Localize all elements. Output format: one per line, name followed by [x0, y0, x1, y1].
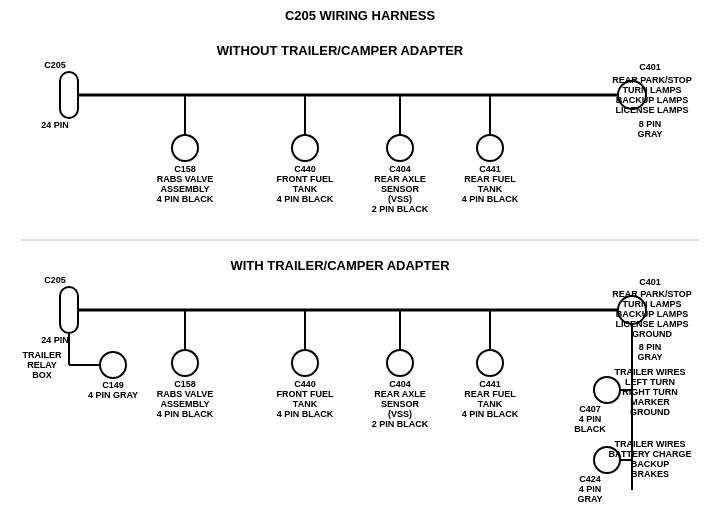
s2-right-color: GRAY	[637, 352, 662, 362]
s1-left-id: C205	[44, 60, 66, 70]
s1-c158-desc3: 4 PIN BLACK	[157, 194, 214, 204]
s1-left-pins: 24 PIN	[41, 120, 69, 130]
s2-c441-desc2: TANK	[478, 399, 503, 409]
s2-c149-pins: 4 PIN GRAY	[88, 390, 138, 400]
svg-point-10	[477, 135, 503, 161]
svg-point-24	[172, 350, 198, 376]
s2-c424-desc1: TRAILER WIRES	[615, 439, 686, 449]
main-title: C205 WIRING HARNESS	[285, 8, 436, 23]
s2-c424-desc4: BRAKES	[631, 469, 669, 479]
s1-c440-desc3: 4 PIN BLACK	[277, 194, 334, 204]
svg-point-26	[292, 350, 318, 376]
s2-left-id: C205	[44, 275, 66, 285]
s2-c404-desc1: REAR AXLE	[374, 389, 426, 399]
s2-right-desc2: TURN LAMPS	[623, 299, 682, 309]
s2-relay-label1: TRAILER	[23, 350, 62, 360]
s1-c404-desc1: REAR AXLE	[374, 174, 426, 184]
s2-right-desc3: BACKUP LAMPS	[616, 309, 688, 319]
s1-c158-id: C158	[174, 164, 196, 174]
s2-c404-desc4: 2 PIN BLACK	[372, 419, 429, 429]
s2-c440-desc1: FRONT FUEL	[277, 389, 334, 399]
svg-point-30	[477, 350, 503, 376]
s2-right-desc5: GROUND	[632, 329, 672, 339]
s2-c424-pins: 4 PIN	[579, 484, 602, 494]
diagram: C205 WIRING HARNESS WITHOUT TRAILER/CAMP…	[0, 0, 720, 517]
s2-right-pins: 8 PIN	[639, 342, 662, 352]
svg-point-20	[594, 377, 620, 403]
s2-c407-desc1: TRAILER WIRES	[615, 367, 686, 377]
s1-right-color: GRAY	[637, 129, 662, 139]
s1-c440-desc2: TANK	[293, 184, 318, 194]
s1-c158-desc1: RABS VALVE	[157, 174, 214, 184]
svg-rect-13	[60, 287, 78, 333]
s1-c440-id: C440	[294, 164, 316, 174]
s1-right-desc1: REAR PARK/STOP	[612, 75, 692, 85]
svg-point-28	[387, 350, 413, 376]
s2-c407-pins: 4 PIN	[579, 414, 602, 424]
s2-right-id: C401	[639, 277, 661, 287]
s2-c424-id: C424	[579, 474, 601, 484]
s2-left-pins: 24 PIN	[41, 335, 69, 345]
s2-c404-id: C404	[389, 379, 411, 389]
s1-right-desc2: TURN LAMPS	[623, 85, 682, 95]
s1-c404-desc2: SENSOR	[381, 184, 420, 194]
section1-title: WITHOUT TRAILER/CAMPER ADAPTER	[217, 43, 464, 58]
s1-c404-id: C404	[389, 164, 411, 174]
s2-c441-desc1: REAR FUEL	[464, 389, 516, 399]
s2-c440-desc3: 4 PIN BLACK	[277, 409, 334, 419]
s1-c441-desc2: TANK	[478, 184, 503, 194]
s1-c404-desc4: 2 PIN BLACK	[372, 204, 429, 214]
s1-c441-id: C441	[479, 164, 501, 174]
s2-right-desc1: REAR PARK/STOP	[612, 289, 692, 299]
svg-point-8	[387, 135, 413, 161]
s2-c424-color: GRAY	[577, 494, 602, 504]
s2-c407-id: C407	[579, 404, 601, 414]
s1-c441-desc1: REAR FUEL	[464, 174, 516, 184]
s1-c440-desc1: FRONT FUEL	[277, 174, 334, 184]
svg-rect-1	[60, 72, 78, 118]
s2-c404-desc2: SENSOR	[381, 399, 420, 409]
svg-point-16	[100, 352, 126, 378]
s2-relay-label2: RELAY	[27, 360, 57, 370]
s2-c149-id: C149	[102, 380, 124, 390]
s1-right-id: C401	[639, 62, 661, 72]
s1-right-desc4: LICENSE LAMPS	[615, 105, 688, 115]
s2-relay-label3: BOX	[32, 370, 52, 380]
s1-right-desc3: BACKUP LAMPS	[616, 95, 688, 105]
s2-c407-desc5: GROUND	[630, 407, 670, 417]
s2-c441-desc3: 4 PIN BLACK	[462, 409, 519, 419]
svg-point-4	[172, 135, 198, 161]
s1-c441-desc3: 4 PIN BLACK	[462, 194, 519, 204]
s2-c158-id: C158	[174, 379, 196, 389]
s1-right-pins: 8 PIN	[639, 119, 662, 129]
s2-c407-desc3: RIGHT TURN	[622, 387, 678, 397]
svg-point-6	[292, 135, 318, 161]
s2-c158-desc1: RABS VALVE	[157, 389, 214, 399]
s2-c407-desc2: LEFT TURN	[625, 377, 675, 387]
s2-c441-id: C441	[479, 379, 501, 389]
s2-c424-desc2: BATTERY CHARGE	[609, 449, 692, 459]
s2-c407-color: BLACK	[574, 424, 606, 434]
s2-c440-desc2: TANK	[293, 399, 318, 409]
s1-c404-desc3: (VSS)	[388, 194, 412, 204]
s2-c404-desc3: (VSS)	[388, 409, 412, 419]
s2-c440-id: C440	[294, 379, 316, 389]
s1-c158-desc2: ASSEMBLY	[160, 184, 209, 194]
section2-title: WITH TRAILER/CAMPER ADAPTER	[230, 258, 450, 273]
s2-c424-desc3: BACKUP	[631, 459, 670, 469]
s2-c158-desc2: ASSEMBLY	[160, 399, 209, 409]
s2-c407-desc4: MARKER	[630, 397, 670, 407]
s2-right-desc4: LICENSE LAMPS	[615, 319, 688, 329]
s2-c158-desc3: 4 PIN BLACK	[157, 409, 214, 419]
